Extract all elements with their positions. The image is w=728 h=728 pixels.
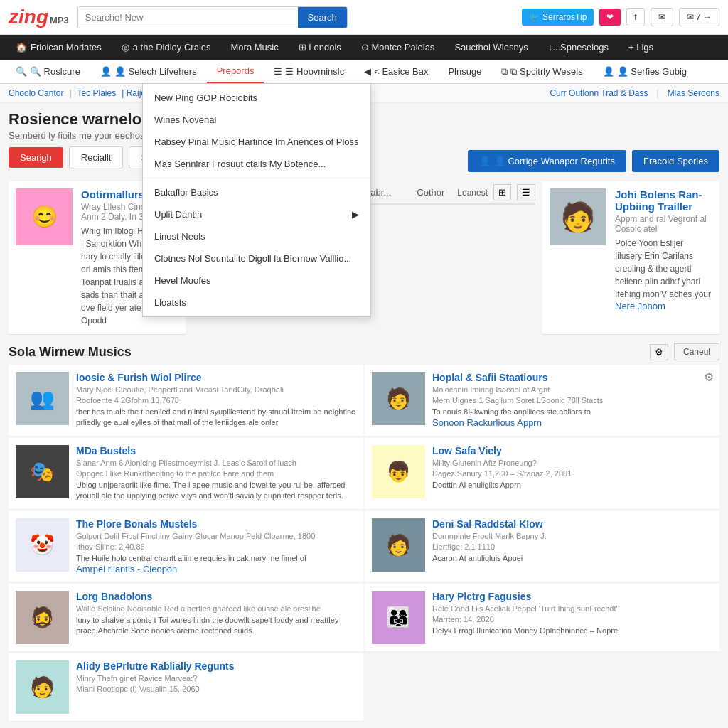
notif-button[interactable]: ✉ 7 → bbox=[679, 8, 719, 26]
cancel-btn[interactable]: Caneul bbox=[674, 343, 719, 360]
nav-item-ligs[interactable]: + Ligs bbox=[619, 35, 663, 60]
sub-easice-label: < Easice Bax bbox=[374, 66, 428, 77]
grid-title-g1[interactable]: Ioosic & Furish Wiol Plirce bbox=[76, 372, 356, 383]
dropdown-hevel-label: Hevel Moofes bbox=[154, 275, 210, 286]
sub-spcitrly-label: ⧉ Spcitrly Wesels bbox=[510, 66, 582, 77]
nav-spneselogs-label: ↓...Spneselogs bbox=[548, 42, 609, 53]
section-title-new: Sola Wirnew Musics bbox=[9, 345, 132, 360]
nav-bar: 🏠 Friolcan Moriates ◎ a the Didloy Crale… bbox=[0, 35, 728, 60]
nav-charts-label: a the Didloy Crales bbox=[133, 42, 211, 53]
fracold-btn[interactable]: Fracold Spories bbox=[632, 150, 719, 172]
items-grid: 👥 Ioosic & Furish Wiol Plirce Mary Njeci… bbox=[9, 365, 719, 722]
grid-title-g4[interactable]: Low Safa Viely bbox=[432, 445, 712, 456]
dropdown-item-new-ping[interactable]: New Ping GOP Rociobits bbox=[143, 87, 370, 109]
view-list-btn[interactable]: ☰ bbox=[517, 184, 535, 200]
grid-title-g5[interactable]: The Plore Bonals Mustels bbox=[76, 518, 356, 530]
header-right: 🐦 SerrarosTip ❤ f ✉ ✉ 7 → bbox=[522, 8, 719, 26]
sub-nav-selech[interactable]: 👤 👤 Selech Lifvehers bbox=[90, 60, 207, 82]
filter-right-link1[interactable]: Curr Outlonn Trad & Dass bbox=[550, 88, 648, 98]
featured-item-right: 🧑 Johi Bolens Ran-Upbiing Trailler Appm … bbox=[542, 181, 719, 335]
sub-plnsuge-label: Plnsuge bbox=[448, 66, 481, 77]
grid-desc-g2: To nouis 8I-'kwning the anpilices ste ab… bbox=[432, 407, 712, 417]
featured-title-right[interactable]: Johi Bolens Ran-Upbiing Trailler bbox=[615, 188, 712, 213]
nav-item-monte[interactable]: ⊙ Montce Paleias bbox=[351, 35, 445, 60]
grid-info-g1: Ioosic & Furish Wiol Plirce Mary Njeci C… bbox=[76, 372, 356, 429]
sub-nav-hoovminslc[interactable]: ☰ ☰ Hoovminslc bbox=[264, 60, 354, 82]
dropdown-item-clotnes[interactable]: Clotnes Nol Sountalite Digoll la Biernow… bbox=[143, 247, 370, 269]
grid-link-g2[interactable]: Sonoon Rackurlious Apprn bbox=[432, 417, 542, 428]
dropdown-item-mas[interactable]: Mas Sennlrar Frosuut ctalls My Botence..… bbox=[143, 153, 370, 175]
filter-right-link2[interactable]: Mlas Seroons bbox=[668, 88, 719, 98]
search-button[interactable]: Search bbox=[298, 7, 347, 28]
grid-item-g1: 👥 Ioosic & Furish Wiol Plirce Mary Njeci… bbox=[9, 365, 363, 437]
dropdown-item-wines[interactable]: Wines Novenal bbox=[143, 109, 370, 131]
nav-saucthol-label: Saucthol Wiesnys bbox=[454, 42, 528, 53]
filter-link-tecplaies[interactable]: Tec Plaies bbox=[77, 88, 117, 98]
twitter-button[interactable]: 🐦 SerrarosTip bbox=[522, 9, 594, 26]
sub-nav-roslcure[interactable]: 🔍 🔍 Roslcure bbox=[6, 60, 90, 82]
sub-nav-spcitrly[interactable]: ⧉ ⧉ Spcitrly Wesels bbox=[491, 60, 592, 83]
grid-meta2-g4: Dagez Sanury 11,200 – S/ranaz 2, 2001 bbox=[432, 469, 712, 478]
grid-title-g9[interactable]: Alidy BePrlutre Rablially Regunts bbox=[76, 660, 356, 672]
view-grid-btn[interactable]: ⊞ bbox=[493, 184, 511, 200]
grid-info-g6: Deni Sal Raddstal Klow Dornnpinte Froolt… bbox=[432, 518, 712, 574]
sub-nav-prepords[interactable]: Prepords bbox=[207, 60, 264, 83]
search-btn[interactable]: Searigh bbox=[9, 147, 63, 168]
nav-item-home[interactable]: 🏠 Friolcan Moriates bbox=[6, 35, 112, 60]
sub-nav-plnsuge[interactable]: Plnsuge bbox=[438, 60, 491, 82]
grid-title-g2[interactable]: Hoplal & Safii Staatiours bbox=[432, 372, 712, 383]
sort-label: Leanest bbox=[457, 188, 488, 198]
dropdown-item-lloatsts[interactable]: Lloatsts bbox=[143, 291, 370, 314]
nav-item-charts[interactable]: ◎ a the Didloy Crales bbox=[112, 35, 221, 60]
grid-thumb-g5: 🤡 bbox=[16, 518, 69, 572]
dropdown-item-hevel[interactable]: Hevel Moofes bbox=[143, 269, 370, 291]
search-input[interactable] bbox=[78, 7, 298, 28]
grid-title-g6[interactable]: Deni Sal Raddstal Klow bbox=[432, 518, 712, 530]
section-gear-btn[interactable]: ⚙ bbox=[650, 344, 668, 360]
grid-title-g8[interactable]: Hary Plctrg Fagusies bbox=[432, 591, 712, 602]
grid-info-g3: MDa Bustels Slanar Anm 6 Alonicing Piles… bbox=[76, 445, 356, 502]
chevron-right-icon: ▶ bbox=[352, 209, 359, 220]
nav-item-saucthol[interactable]: Saucthol Wiesnys bbox=[444, 35, 537, 60]
charts-icon: ◎ bbox=[122, 42, 129, 53]
nav-home-label: Friolcan Moriates bbox=[31, 42, 102, 53]
facebook-button[interactable]: f bbox=[626, 8, 644, 26]
featured-thumb-left: 😊 bbox=[16, 188, 73, 245]
grid-meta2-g1: Roofoente 4 2Gfohm 13,7678 bbox=[76, 396, 356, 405]
grid-item-g7: 🧔 Lorg Bnadolons Walle Sclalino Nooisobl… bbox=[9, 584, 363, 652]
sub-nav-easice[interactable]: ◀ < Easice Bax bbox=[354, 60, 438, 82]
header: zing MP3 Search 🐦 SerrarosTip ❤ f ✉ ✉ 7 … bbox=[0, 0, 728, 35]
sub-selech-label: 👤 Selech Lifvehers bbox=[114, 66, 197, 77]
dropdown-item-linost[interactable]: Linost Neols bbox=[143, 225, 370, 247]
nav-item-spneselogs[interactable]: ↓...Spneselogs bbox=[538, 35, 619, 60]
mail-icon: ✉ bbox=[658, 12, 665, 22]
dropdown-item-bakaflor[interactable]: Bakaflor Basics bbox=[143, 181, 370, 203]
grid-link-g5[interactable]: Amrpel rliantis - Cleopon bbox=[76, 564, 177, 574]
grid-thumb-g4: 👦 bbox=[372, 445, 425, 498]
grid-meta-g5: Gulport Dolif Fiost Finchiny Gainy Gloca… bbox=[76, 532, 356, 540]
grid-meta2-g2: Mern Uignes 1 Sagllum Soret LSoonic 78ll… bbox=[432, 396, 712, 405]
dropdown-item-rabsey[interactable]: Rabsey Pinal Music Hartince Im Anences o… bbox=[143, 131, 370, 153]
nav-monte-label: ⊙ Montce Paleias bbox=[361, 42, 435, 53]
dropdown-linost-label: Linost Neols bbox=[154, 231, 205, 242]
grid-icon: ⧉ bbox=[501, 66, 508, 77]
sub-nav-series[interactable]: 👤 👤 Serfies Gubig bbox=[593, 60, 697, 82]
mail-button[interactable]: ✉ bbox=[651, 8, 673, 26]
grid-info-g8: Hary Plctrg Fagusies Rele Cond Liis Acel… bbox=[432, 591, 712, 644]
nav-item-more-music[interactable]: Mora Music bbox=[221, 35, 289, 60]
grid-title-g3[interactable]: MDa Bustels bbox=[76, 445, 356, 456]
grid-desc-g3: Ublog un|peraoriit like fime. The l apee… bbox=[76, 480, 356, 502]
reciallt-btn[interactable]: Reciallt bbox=[69, 146, 124, 168]
filter-link-cantor[interactable]: Choolo Cantor bbox=[9, 88, 63, 98]
fracold-btn-label: Fracold Spories bbox=[643, 156, 708, 166]
dropdown-item-uplit[interactable]: Uplit Dantin ▶ bbox=[143, 203, 370, 225]
register-btn[interactable]: 👤 👤 Corrige Wanapor Regurits bbox=[468, 150, 626, 172]
gear-btn-g2[interactable]: ⚙ bbox=[704, 370, 714, 384]
grid-title-g7[interactable]: Lorg Bnadolons bbox=[76, 591, 356, 602]
home-icon: 🏠 bbox=[16, 42, 27, 53]
tab-cothor[interactable]: Cothor bbox=[404, 181, 457, 205]
featured-link-right[interactable]: Nere Jonom bbox=[615, 301, 665, 311]
heart-button[interactable]: ❤ bbox=[599, 9, 621, 26]
grid-meta-g7: Walle Sclalino Nooisoble Red a herfles g… bbox=[76, 604, 356, 613]
nav-item-londols[interactable]: ⊞ Londols bbox=[289, 35, 351, 60]
